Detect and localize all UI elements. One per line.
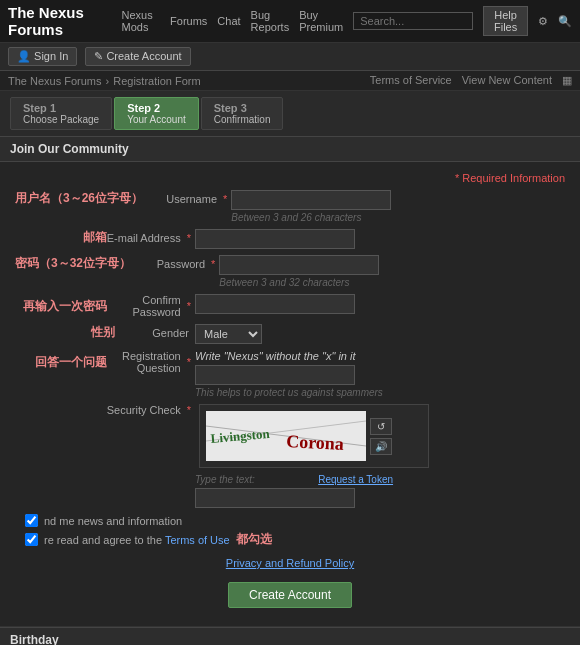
username-zh-label: 用户名（3～26位字母） xyxy=(15,190,143,207)
news-checkbox-label: nd me news and information xyxy=(44,515,182,527)
reg-question-zh-label: 回答一个问题 xyxy=(35,354,107,371)
checkbox-zh-label: 都勾选 xyxy=(236,531,272,548)
news-checkbox[interactable] xyxy=(25,514,38,527)
page-wrapper: The Nexus Forums Nexus Mods Forums Chat … xyxy=(0,0,580,645)
svg-text:Corona: Corona xyxy=(286,431,345,454)
captcha-container: Livingston Corona ↺ 🔊 xyxy=(199,404,429,468)
grid-icon: ▦ xyxy=(562,74,572,87)
confirm-zh-label: 再输入一次密码 xyxy=(23,298,107,315)
reg-question-hint: This helps to protect us against spammer… xyxy=(195,387,383,398)
join-section-header: Join Our Community xyxy=(0,137,580,162)
captcha-token-link[interactable]: Request a Token xyxy=(318,474,393,485)
reg-question-row: 回答一个问题 Registration Question * Write "Ne… xyxy=(15,350,565,398)
nav-nexus-mods[interactable]: Nexus Mods xyxy=(122,9,161,33)
terms-of-service-link[interactable]: Terms of Service xyxy=(370,74,452,87)
nav-bug-reports[interactable]: Bug Reports xyxy=(251,9,290,33)
password-hint: Between 3 and 32 characters xyxy=(219,277,379,288)
sign-in-button[interactable]: 👤 Sign In xyxy=(8,47,77,66)
gender-zh-label: 性别 xyxy=(91,324,115,341)
help-files-button[interactable]: Help Files xyxy=(483,6,528,36)
captcha-refresh-button[interactable]: ↺ xyxy=(370,418,392,435)
gender-row: 性别 Gender Male Female xyxy=(15,324,565,344)
email-row: 邮箱 E-mail Address * xyxy=(15,229,565,249)
captcha-image: Livingston Corona xyxy=(206,411,366,461)
confirm-password-row: 再输入一次密码 Confirm Password * xyxy=(15,294,565,318)
confirm-en-label: Confirm Password xyxy=(107,294,187,318)
toolbar: 👤 Sign In ✎ Create Account xyxy=(0,43,580,71)
steps-bar: Step 1 Choose Package Step 2 Your Accoun… xyxy=(0,91,580,137)
password-zh-label: 密码（3～32位字母） xyxy=(15,255,131,272)
gender-select[interactable]: Male Female xyxy=(195,324,262,344)
privacy-row: Privacy and Refund Policy xyxy=(15,552,565,574)
reg-question-en-label: Registration Question xyxy=(107,350,187,374)
breadcrumb-home[interactable]: The Nexus Forums xyxy=(8,75,102,87)
breadcrumb-reg-form[interactable]: Registration Form xyxy=(113,75,200,87)
step-2: Step 2 Your Account xyxy=(114,97,199,130)
birthday-section-header: Birthday xyxy=(0,628,580,645)
username-en-label: Username xyxy=(143,193,223,205)
step-1: Step 1 Choose Package xyxy=(10,97,112,130)
captcha-svg: Livingston Corona xyxy=(206,411,366,461)
reg-question-input[interactable] xyxy=(195,365,355,385)
site-title: The Nexus Forums xyxy=(8,4,122,38)
news-checkbox-row: nd me news and information xyxy=(15,514,565,527)
captcha-controls: ↺ 🔊 xyxy=(370,418,392,455)
terms-checkbox-row: re read and agree to the Terms of Use 都勾… xyxy=(15,531,565,548)
gender-en-label: Gender xyxy=(115,327,195,339)
privacy-link[interactable]: Privacy and Refund Policy xyxy=(226,557,354,569)
nav-forums[interactable]: Forums xyxy=(170,15,207,27)
required-info-label: * Required Information xyxy=(15,172,565,184)
breadcrumb-right: Terms of Service View New Content ▦ xyxy=(370,74,572,87)
email-en-label: E-mail Address xyxy=(107,232,187,244)
toolbar-left: 👤 Sign In ✎ Create Account xyxy=(8,47,191,66)
create-account-row: Create Account xyxy=(15,582,565,608)
security-check-row: Security Check * Livingston Corona xyxy=(15,404,565,508)
username-input[interactable] xyxy=(231,190,391,210)
captcha-audio-button[interactable]: 🔊 xyxy=(370,438,392,455)
terms-link[interactable]: Terms of Use xyxy=(165,534,230,546)
main-content: Join Our Community * Required Informatio… xyxy=(0,137,580,645)
settings-icon[interactable]: ⚙ xyxy=(538,15,548,28)
nav-chat[interactable]: Chat xyxy=(217,15,240,27)
password-input[interactable] xyxy=(219,255,379,275)
captcha-label: Type the text: xyxy=(195,474,255,485)
password-en-label: Password xyxy=(131,258,211,270)
create-account-button[interactable]: Create Account xyxy=(228,582,352,608)
top-header: The Nexus Forums Nexus Mods Forums Chat … xyxy=(0,0,580,43)
security-check-label: Security Check xyxy=(107,404,187,416)
captcha-input[interactable] xyxy=(195,488,355,508)
reg-question-text: Write "Nexus" without the "x" in it xyxy=(195,350,383,362)
username-hint: Between 3 and 26 characters xyxy=(231,212,391,223)
password-row: 密码（3～32位字母） Password * Between 3 and 32 … xyxy=(15,255,565,288)
username-row: 用户名（3～26位字母） Username * Between 3 and 26… xyxy=(15,190,565,223)
nav-buy-premium[interactable]: Buy Premium xyxy=(299,9,343,33)
terms-checkbox[interactable] xyxy=(25,533,38,546)
create-account-button-toolbar[interactable]: ✎ Create Account xyxy=(85,47,190,66)
top-nav: Nexus Mods Forums Chat Bug Reports Buy P… xyxy=(122,6,572,36)
birthday-section: Birthday Please supply your birthday to … xyxy=(0,627,580,645)
email-zh-label: 邮箱 xyxy=(83,229,107,246)
email-input[interactable] xyxy=(195,229,355,249)
user-icon: 👤 xyxy=(17,50,31,62)
search-input[interactable] xyxy=(353,12,473,30)
breadcrumb: The Nexus Forums › Registration Form xyxy=(8,75,201,87)
search-icon[interactable]: 🔍 xyxy=(558,15,572,28)
step-3: Step 3 Confirmation xyxy=(201,97,284,130)
view-new-content-link[interactable]: View New Content xyxy=(462,74,552,87)
terms-checkbox-label: re read and agree to the Terms of Use xyxy=(44,534,230,546)
confirm-password-input[interactable] xyxy=(195,294,355,314)
breadcrumb-bar: The Nexus Forums › Registration Form Ter… xyxy=(0,71,580,91)
form-area: * Required Information 用户名（3～26位字母） User… xyxy=(0,162,580,626)
add-user-icon: ✎ xyxy=(94,50,103,62)
